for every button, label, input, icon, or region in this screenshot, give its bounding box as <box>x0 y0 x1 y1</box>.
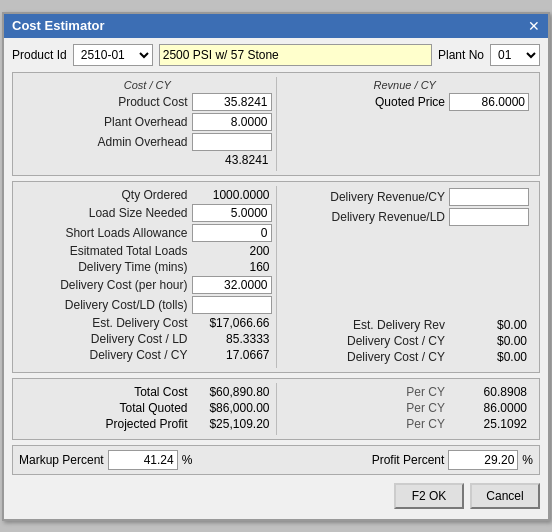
cost-left-panel: Cost / CY Product Cost Plant Overhead Ad… <box>19 77 277 171</box>
cost-header: Cost / CY <box>23 79 272 91</box>
cost-rev-section: Cost / CY Product Cost Plant Overhead Ad… <box>12 72 540 176</box>
plant-no-label: Plant No <box>438 48 484 62</box>
cost-right-panel: Revnue / CY Quoted Price <box>277 77 534 171</box>
plant-overhead-label: Plant Overhead <box>78 115 188 129</box>
load-size-label: Load Size Needed <box>58 206 188 220</box>
title-bar: Cost Estimator ✕ <box>4 14 548 38</box>
total-quoted-row: Total Quoted $86,000.00 <box>23 401 272 415</box>
per-cy-total-quoted-per-label: Per CY <box>406 401 445 415</box>
button-row: F2 OK Cancel <box>12 481 540 511</box>
delivery-left-panel: Qty Ordered 1000.0000 Load Size Needed S… <box>19 186 277 368</box>
window-title: Cost Estimator <box>12 18 104 33</box>
summary-left-panel: Total Cost $60,890.80 Total Quoted $86,0… <box>19 383 277 435</box>
delivery-cost-ld-row: Delivery Cost / LD 85.3333 <box>23 332 272 346</box>
cost-total-row: 43.8241 <box>23 153 272 167</box>
est-delivery-cost-row: Est. Delivery Cost $17,066.66 <box>23 316 272 330</box>
per-cy-profit-per-label: Per CY <box>406 417 445 431</box>
per-cy-total-quoted-row: Per CY 86.0000 <box>281 401 530 415</box>
description-input[interactable] <box>159 44 432 66</box>
per-cy-profit-value: 25.1092 <box>449 417 529 431</box>
per-cy-total-cost-per-label: Per CY <box>406 385 445 399</box>
del-rev-ld-row: Delivery Revenue/LD <box>281 208 530 226</box>
admin-overhead-input[interactable] <box>192 133 272 151</box>
projected-profit-row: Projected Profit $25,109.20 <box>23 417 272 431</box>
cancel-button[interactable]: Cancel <box>470 483 540 509</box>
est-del-rev-value: $0.00 <box>449 318 529 332</box>
markup-pct: % <box>182 453 193 467</box>
del-cost-cy2-row: Delivery Cost / CY $0.00 <box>281 334 530 348</box>
rev-header: Revnue / CY <box>281 79 530 91</box>
per-cy-profit-row: Per CY 25.1092 <box>281 417 530 431</box>
quoted-price-label: Quoted Price <box>365 95 445 109</box>
delivery-cost-hour-label: Delivery Cost (per hour) <box>58 278 188 292</box>
delivery-cost-cy-label: Delivery Cost / CY <box>58 348 188 362</box>
est-total-loads-label: Esitmated Total Loads <box>58 244 188 258</box>
del-rev-cy-row: Delivery Revenue/CY <box>281 188 530 206</box>
profit-input[interactable] <box>448 450 518 470</box>
profit-label: Profit Percent <box>372 453 445 467</box>
qty-ordered-label: Qty Ordered <box>58 188 188 202</box>
product-id-label: Product Id <box>12 48 67 62</box>
product-cost-input[interactable] <box>192 93 272 111</box>
per-cy-total-quoted-value: 86.0000 <box>449 401 529 415</box>
projected-profit-label: Projected Profit <box>98 417 188 431</box>
est-total-loads-row: Esitmated Total Loads 200 <box>23 244 272 258</box>
quoted-price-row: Quoted Price <box>281 93 530 111</box>
cost-estimator-window: Cost Estimator ✕ Product Id 2510-01 Plan… <box>2 12 550 521</box>
total-quoted-label: Total Quoted <box>98 401 188 415</box>
del-rev-ld-input[interactable] <box>449 208 529 226</box>
delivery-time-label: Delivery Time (mins) <box>58 260 188 274</box>
close-button[interactable]: ✕ <box>528 18 540 34</box>
delivery-time-row: Delivery Time (mins) 160 <box>23 260 272 274</box>
top-bar: Product Id 2510-01 Plant No 01 <box>12 44 540 66</box>
delivery-cost-ld-tolls-input[interactable] <box>192 296 272 314</box>
delivery-time-value: 160 <box>192 260 272 274</box>
total-quoted-value: $86,000.00 <box>192 401 272 415</box>
del-rev-cy-input[interactable] <box>449 188 529 206</box>
delivery-cost-hour-input[interactable] <box>192 276 272 294</box>
delivery-cost-hour-row: Delivery Cost (per hour) <box>23 276 272 294</box>
del-rev-cy-label: Delivery Revenue/CY <box>315 190 445 204</box>
product-cost-row: Product Cost <box>23 93 272 111</box>
markup-label: Markup Percent <box>19 453 104 467</box>
load-size-input[interactable] <box>192 204 272 222</box>
profit-group: Profit Percent % <box>372 450 533 470</box>
admin-overhead-row: Admin Overhead <box>23 133 272 151</box>
markup-group: Markup Percent % <box>19 450 192 470</box>
per-cy-total-cost-row: Per CY 60.8908 <box>281 385 530 399</box>
delivery-cost-cy-row: Delivery Cost / CY 17.0667 <box>23 348 272 362</box>
cost-total-value: 43.8241 <box>192 153 272 167</box>
delivery-cost-ld-value: 85.3333 <box>192 332 272 346</box>
projected-profit-value: $25,109.20 <box>192 417 272 431</box>
short-loads-row: Short Loads Allowance <box>23 224 272 242</box>
markup-profit-row: Markup Percent % Profit Percent % <box>12 445 540 475</box>
plant-overhead-input[interactable] <box>192 113 272 131</box>
plant-no-select[interactable]: 01 <box>490 44 540 66</box>
del-rev-ld-label: Delivery Revenue/LD <box>315 210 445 224</box>
est-delivery-cost-value: $17,066.66 <box>192 316 272 330</box>
admin-overhead-label: Admin Overhead <box>78 135 188 149</box>
product-id-select[interactable]: 2510-01 <box>73 44 153 66</box>
total-cost-row: Total Cost $60,890.80 <box>23 385 272 399</box>
del-cost-cy3-label: Delivery Cost / CY <box>315 350 445 364</box>
delivery-cost-ld-tolls-label: Delivery Cost/LD (tolls) <box>58 298 188 312</box>
est-total-loads-value: 200 <box>192 244 272 258</box>
summary-right-panel: Per CY 60.8908 Per CY 86.0000 Per CY 25.… <box>277 383 534 435</box>
qty-ordered-value: 1000.0000 <box>192 188 272 202</box>
delivery-cost-ld-label: Delivery Cost / LD <box>58 332 188 346</box>
del-cost-cy3-value: $0.00 <box>449 350 529 364</box>
delivery-right-panel: Delivery Revenue/CY Delivery Revenue/LD … <box>277 186 534 368</box>
del-cost-cy2-value: $0.00 <box>449 334 529 348</box>
short-loads-label: Short Loads Allowance <box>58 226 188 240</box>
product-cost-label: Product Cost <box>78 95 188 109</box>
per-cy-total-cost-value: 60.8908 <box>449 385 529 399</box>
load-size-row: Load Size Needed <box>23 204 272 222</box>
quoted-price-input[interactable] <box>449 93 529 111</box>
est-delivery-cost-label: Est. Delivery Cost <box>58 316 188 330</box>
total-cost-label: Total Cost <box>98 385 188 399</box>
ok-button[interactable]: F2 OK <box>394 483 464 509</box>
short-loads-input[interactable] <box>192 224 272 242</box>
del-cost-cy2-label: Delivery Cost / CY <box>315 334 445 348</box>
plant-overhead-row: Plant Overhead <box>23 113 272 131</box>
markup-input[interactable] <box>108 450 178 470</box>
